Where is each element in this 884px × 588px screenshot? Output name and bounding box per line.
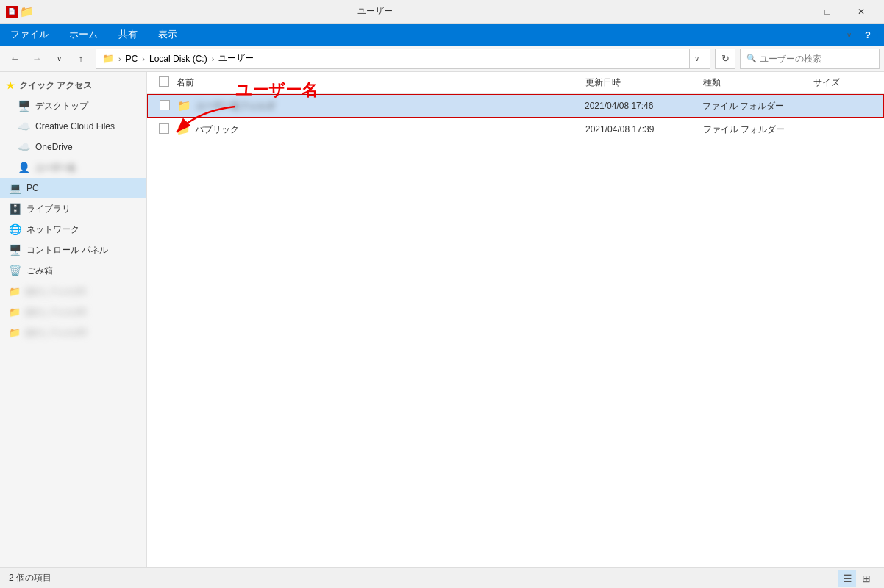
sidebar-user-label: ユーザー名 — [35, 162, 76, 173]
menubar: ファイル ホーム 共有 表示 ∨ ? — [0, 24, 884, 46]
statusbar: 2 個の項目 ☰ ⊞ — [0, 567, 884, 588]
pc-icon: 💻 — [9, 182, 22, 194]
sidebar-item-blurred-1[interactable]: 📁 ぼかしフォルダ1 — [0, 281, 146, 301]
trash-icon: 🗑️ — [9, 265, 22, 276]
search-input[interactable] — [760, 54, 855, 64]
menu-file[interactable]: ファイル — [0, 24, 59, 46]
address-dropdown-button[interactable]: ∨ — [689, 49, 704, 69]
creative-icon: ☁️ — [18, 121, 31, 132]
window-title: ユーザー — [0, 5, 777, 18]
file-checkbox-1[interactable] — [160, 100, 170, 110]
column-header: 名前 更新日時 種類 サイズ — [147, 72, 884, 94]
user-icon: 👤 — [18, 162, 31, 173]
onedrive-icon: ☁️ — [18, 141, 31, 153]
menu-share[interactable]: 共有 — [108, 24, 148, 46]
content-pane: 名前 更新日時 種類 サイズ 📁 ユーザー名フォルダ 2021/04/08 17… — [147, 72, 884, 567]
col-name-header[interactable]: 名前 — [177, 76, 585, 89]
sidebar-item-blurred-3[interactable]: 📁 ぼかしフォルダ3 — [0, 322, 146, 343]
back-button[interactable]: ← — [4, 49, 25, 69]
menu-view[interactable]: 表示 — [148, 24, 188, 46]
blurred-folder-icon-2: 📁 — [9, 306, 21, 318]
address-bar[interactable]: 📁 › PC › Local Disk (C:) › ユーザー ∨ — [96, 49, 710, 69]
path-localdisk[interactable]: Local Disk (C:) — [149, 54, 207, 64]
sidebar-creative-label: Creative Cloud Files — [35, 121, 115, 132]
search-box: 🔍 — [740, 49, 880, 69]
forward-button[interactable]: → — [26, 49, 47, 69]
close-button[interactable]: ✕ — [844, 0, 878, 24]
path-sep-2: › — [142, 54, 145, 63]
library-icon: 🗄️ — [9, 203, 22, 215]
sidebar-item-user[interactable]: 👤 ユーザー名 — [0, 157, 146, 178]
file-checkbox-2[interactable] — [159, 123, 169, 134]
sidebar-item-creative[interactable]: ☁️ Creative Cloud Files — [0, 116, 146, 137]
sidebar: ★ クイック アクセス 🖥️ デスクトップ ☁️ Creative Cloud … — [0, 72, 147, 567]
minimize-button[interactable]: ─ — [777, 0, 810, 24]
table-row[interactable]: 📁 ユーザー名フォルダ 2021/04/08 17:46 ファイル フォルダー — [147, 94, 884, 118]
path-sep-1: › — [118, 54, 121, 63]
sidebar-item-blurred-2[interactable]: 📁 ぼかしフォルダ2 — [0, 301, 146, 322]
desktop-icon: 🖥️ — [18, 100, 31, 112]
path-folder-icon: 📁 — [102, 53, 114, 64]
view-buttons: ☰ ⊞ — [838, 570, 875, 587]
help-button[interactable]: ? — [858, 24, 878, 45]
refresh-button[interactable]: ↻ — [715, 49, 735, 69]
titlebar-controls: ─ □ ✕ — [777, 0, 878, 24]
select-all-checkbox[interactable] — [159, 76, 169, 87]
file-folder-icon-2: 📁 — [177, 123, 190, 136]
table-row[interactable]: 📁 パブリック 2021/04/08 17:39 ファイル フォルダー — [147, 118, 884, 141]
sidebar-trash-label: ごみ箱 — [26, 265, 53, 277]
blurred-folder-icon-3: 📁 — [9, 327, 21, 338]
sidebar-controlpanel-label: コントロール パネル — [26, 244, 108, 257]
file-type-2: ファイル フォルダー — [703, 123, 813, 136]
sidebar-blurred-label-1: ぼかしフォルダ1 — [25, 286, 86, 297]
controlpanel-icon: 🖥️ — [9, 244, 22, 256]
col-size-header[interactable]: サイズ — [813, 76, 872, 89]
sidebar-quickaccess-header: ★ クイック アクセス — [0, 75, 146, 96]
path-pc[interactable]: PC — [126, 54, 138, 64]
sidebar-onedrive-label: OneDrive — [35, 142, 73, 152]
sidebar-quickaccess-label: クイック アクセス — [19, 79, 92, 92]
sidebar-item-library[interactable]: 🗄️ ライブラリ — [0, 198, 146, 219]
file-list: 📁 ユーザー名フォルダ 2021/04/08 17:46 ファイル フォルダー … — [147, 94, 884, 567]
col-date-header[interactable]: 更新日時 — [585, 76, 703, 89]
blurred-folder-icon-1: 📁 — [9, 286, 21, 297]
file-date-1: 2021/04/08 17:46 — [585, 101, 702, 111]
sidebar-item-network[interactable]: 🌐 ネットワーク — [0, 219, 146, 240]
sidebar-item-desktop[interactable]: 🖥️ デスクトップ — [0, 96, 146, 116]
menu-home[interactable]: ホーム — [59, 24, 108, 46]
sidebar-item-trash[interactable]: 🗑️ ごみ箱 — [0, 260, 146, 281]
sidebar-pc-label: PC — [26, 183, 39, 193]
ribbon-collapse-arrow[interactable]: ∨ — [846, 31, 852, 39]
main-area: ★ クイック アクセス 🖥️ デスクトップ ☁️ Creative Cloud … — [0, 72, 884, 567]
nav-dropdown-button[interactable]: ∨ — [49, 49, 69, 69]
file-name-1: 📁 ユーザー名フォルダ — [177, 99, 585, 112]
sidebar-item-controlpanel[interactable]: 🖥️ コントロール パネル — [0, 240, 146, 260]
toolbar: ← → ∨ ↑ 📁 › PC › Local Disk (C:) › ユーザー … — [0, 46, 884, 72]
file-name-2: 📁 パブリック — [177, 123, 585, 136]
tiles-view-button[interactable]: ⊞ — [858, 570, 875, 587]
network-icon: 🌐 — [9, 223, 22, 235]
file-name-text-2: パブリック — [195, 123, 239, 136]
maximize-button[interactable]: □ — [810, 0, 844, 24]
file-type-1: ファイル フォルダー — [702, 100, 813, 112]
file-folder-icon-1: 📁 — [177, 99, 191, 112]
sidebar-network-label: ネットワーク — [26, 223, 79, 236]
sidebar-blurred-label-2: ぼかしフォルダ2 — [25, 306, 86, 318]
col-type-header[interactable]: 種類 — [703, 76, 813, 89]
file-name-text-1: ユーザー名フォルダ — [196, 100, 275, 112]
sidebar-item-onedrive[interactable]: ☁️ OneDrive — [0, 137, 146, 157]
titlebar: 📄 📁 ユーザー ─ □ ✕ — [0, 0, 884, 24]
sidebar-desktop-label: デスクトップ — [35, 100, 88, 112]
sidebar-library-label: ライブラリ — [26, 203, 71, 215]
path-users[interactable]: ユーザー — [218, 52, 254, 65]
up-button[interactable]: ↑ — [71, 49, 91, 69]
search-icon: 🔍 — [746, 54, 757, 63]
item-count: 2 個の項目 — [9, 572, 51, 584]
sidebar-item-pc[interactable]: 💻 PC — [0, 178, 146, 198]
file-date-2: 2021/04/08 17:39 — [585, 124, 703, 135]
path-sep-3: › — [212, 54, 215, 63]
details-view-button[interactable]: ☰ — [838, 570, 856, 587]
sidebar-blurred-label-3: ぼかしフォルダ3 — [25, 327, 86, 338]
